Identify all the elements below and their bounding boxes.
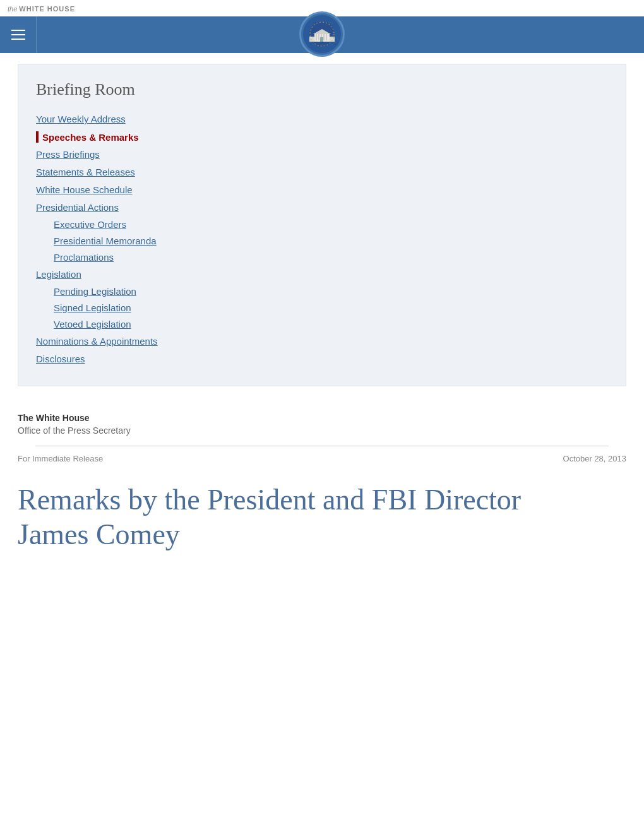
- nav-item-speeches-remarks: Speeches & Remarks: [36, 128, 608, 146]
- article-title-line1: Remarks by the President and FBI Directo…: [18, 484, 521, 516]
- nav-link-vetoed-legislation[interactable]: Vetoed Legislation: [54, 319, 131, 330]
- hamburger-line: [11, 39, 25, 40]
- hamburger-line: [11, 34, 25, 35]
- nav-item-pending-legislation: Pending Legislation: [36, 283, 608, 300]
- site-label: the WHITE HOUSE: [8, 3, 75, 14]
- svg-rect-6: [326, 34, 327, 40]
- nav-item-presidential-actions: Presidential Actions: [36, 199, 608, 217]
- article-title: Remarks by the President and FBI Directo…: [0, 476, 644, 552]
- nav-item-statements-releases: Statements & Releases: [36, 163, 608, 181]
- article-meta: The White House Office of the Press Secr…: [0, 398, 644, 463]
- nav-item-signed-legislation: Signed Legislation: [36, 300, 608, 316]
- release-line: For Immediate Release October 28, 2013: [18, 454, 626, 463]
- active-indicator: [36, 131, 39, 143]
- svg-rect-5: [323, 34, 325, 40]
- nav-item-proclamations: Proclamations: [36, 249, 608, 266]
- hamburger-menu-button[interactable]: [0, 16, 37, 53]
- article-title-line2: James Comey: [18, 518, 180, 550]
- svg-rect-3: [318, 34, 319, 40]
- nav-item-weekly-address: Your Weekly Address: [36, 110, 608, 128]
- nav-link-nominations-appointments[interactable]: Nominations & Appointments: [36, 336, 158, 347]
- press-office-label: Office of the Press Secretary: [18, 425, 626, 436]
- release-label: For Immediate Release: [18, 454, 103, 463]
- nav-link-press-briefings[interactable]: Press Briefings: [36, 149, 100, 160]
- hamburger-line: [11, 30, 25, 31]
- nav-link-wh-schedule[interactable]: White House Schedule: [36, 184, 133, 195]
- nav-section-title: Briefing Room: [36, 80, 608, 99]
- nav-link-weekly-address[interactable]: Your Weekly Address: [36, 114, 126, 124]
- nav-link-signed-legislation[interactable]: Signed Legislation: [54, 302, 131, 313]
- org-name: The White House: [18, 413, 626, 423]
- nav-link-legislation[interactable]: Legislation: [36, 269, 81, 280]
- nav-link-presidential-actions[interactable]: Presidential Actions: [36, 202, 119, 213]
- nav-item-nominations-appointments: Nominations & Appointments: [36, 333, 608, 350]
- nav-link-disclosures[interactable]: Disclosures: [36, 354, 85, 364]
- nav-list: Your Weekly Address Speeches & Remarks P…: [36, 110, 608, 368]
- nav-item-wh-schedule: White House Schedule: [36, 181, 608, 199]
- release-date: October 28, 2013: [563, 454, 626, 463]
- nav-item-executive-orders: Executive Orders: [36, 217, 608, 233]
- nav-link-speeches-remarks[interactable]: Speeches & Remarks: [42, 132, 139, 143]
- nav-link-statements-releases[interactable]: Statements & Releases: [36, 167, 135, 177]
- nav-item-press-briefings: Press Briefings: [36, 146, 608, 163]
- svg-rect-9: [309, 37, 314, 42]
- svg-rect-8: [320, 37, 323, 42]
- svg-rect-2: [316, 34, 317, 40]
- nav-link-presidential-memoranda[interactable]: Presidential Memoranda: [54, 235, 157, 246]
- nav-link-pending-legislation[interactable]: Pending Legislation: [54, 286, 136, 297]
- wh-seal-icon: [308, 20, 336, 48]
- nav-item-vetoed-legislation: Vetoed Legislation: [36, 316, 608, 333]
- meta-divider: [35, 446, 609, 446]
- wh-logo[interactable]: [299, 11, 345, 57]
- nav-link-executive-orders[interactable]: Executive Orders: [54, 219, 126, 230]
- nav-item-disclosures: Disclosures: [36, 350, 608, 368]
- briefing-room-nav: Briefing Room Your Weekly Address Speech…: [18, 64, 626, 386]
- nav-link-proclamations[interactable]: Proclamations: [54, 252, 114, 263]
- nav-item-presidential-memoranda: Presidential Memoranda: [36, 233, 608, 249]
- main-nav-bar: [0, 16, 644, 53]
- nav-item-legislation: Legislation: [36, 266, 608, 283]
